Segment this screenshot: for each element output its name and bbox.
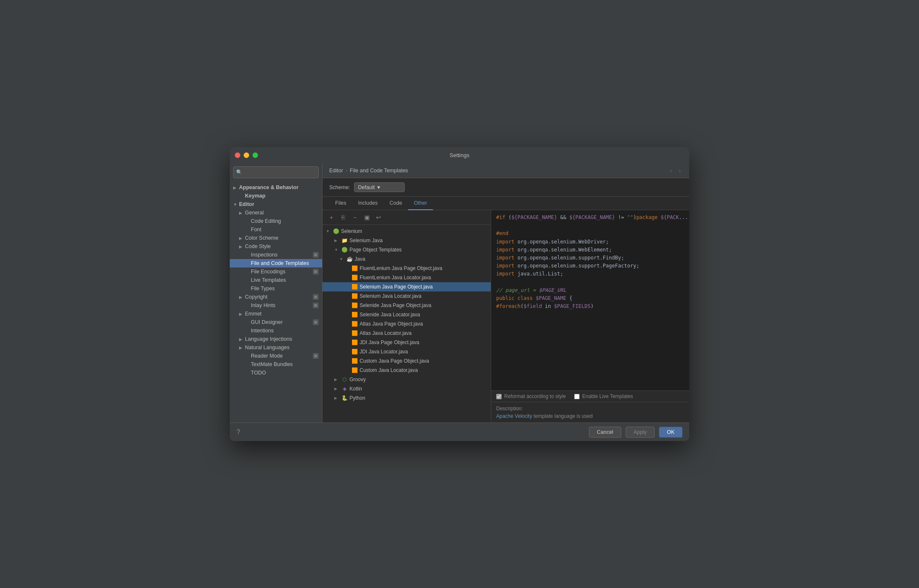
arrow-icon: ▶	[239, 337, 245, 342]
sidebar-item-copyright[interactable]: ▶ Copyright ⊞	[230, 293, 322, 301]
reformat-label: Reformat according to style	[504, 393, 566, 399]
help-button[interactable]: ?	[236, 428, 240, 436]
tree-item-label: Custom Java Locator.java	[360, 367, 418, 373]
ok-button[interactable]: OK	[659, 427, 683, 438]
back-button[interactable]: ‹	[669, 166, 674, 175]
tab-files[interactable]: Files	[329, 197, 352, 210]
arrow-icon: ▶	[239, 295, 245, 299]
tree-item-selenium-java[interactable]: ▶ 📁 Selenium Java	[322, 236, 491, 245]
add-template-button[interactable]: +	[327, 213, 336, 222]
tree-item-selenium-java-page-object[interactable]: 🟧 Selenium Java Page Object.java	[322, 282, 491, 291]
tree-item-label: Selenide Java Page Object.java	[360, 302, 431, 308]
scheme-value: Default	[358, 184, 375, 190]
sidebar-item-color-scheme[interactable]: ▶ Color Scheme	[230, 234, 322, 242]
apply-button[interactable]: Apply	[626, 427, 655, 438]
java-icon: 🟧	[351, 348, 358, 355]
sidebar-item-font[interactable]: Font	[230, 225, 322, 234]
badge-icon: ⊞	[313, 302, 319, 308]
groovy-icon: ⬡	[341, 376, 348, 383]
sidebar-item-emmet[interactable]: ▶ Emmet	[230, 310, 322, 318]
tree-item-jdi-java-locator[interactable]: 🟧 JDI Java Locator.java	[322, 347, 491, 356]
sidebar-item-intentions[interactable]: Intentions	[230, 326, 322, 335]
live-templates-checkbox[interactable]	[574, 394, 580, 399]
search-box[interactable]: 🔍	[233, 166, 319, 178]
sidebar-item-gui-designer[interactable]: GUI Designer ⊞	[230, 318, 322, 326]
tree-item-jdi-java-page-object[interactable]: 🟧 JDI Java Page Object.java	[322, 338, 491, 347]
java-icon: 🟧	[351, 302, 358, 309]
breadcrumb: Editor › File and Code Templates	[329, 168, 408, 174]
sidebar-item-live-templates[interactable]: Live Templates	[230, 276, 322, 284]
tree-item-custom-java-locator[interactable]: 🟧 Custom Java Locator.java	[322, 366, 491, 375]
tab-other[interactable]: Other	[408, 197, 433, 210]
tree-item-custom-java-page-object[interactable]: 🟧 Custom Java Page Object.java	[322, 356, 491, 366]
sidebar-item-code-style[interactable]: ▶ Code Style	[230, 242, 322, 251]
sidebar-item-editor[interactable]: ▼ Editor	[230, 200, 322, 208]
java-icon: 🟧	[351, 283, 358, 290]
tree-item-selenium-java-locator[interactable]: 🟧 Selenium Java Locator.java	[322, 291, 491, 301]
tree-item-label: FluentLenium Java Locator.java	[360, 275, 431, 281]
sidebar-item-label: Natural Languages	[245, 345, 319, 350]
sidebar-item-file-encodings[interactable]: File Encodings ⊞	[230, 267, 322, 276]
search-input[interactable]	[244, 169, 316, 175]
expand-icon: ▶	[334, 377, 339, 382]
tree-item-page-object-templates[interactable]: ▼ 🟢 Page Object Templates	[322, 245, 491, 254]
sidebar-item-label: Keymap	[245, 193, 319, 199]
description-label: Description:	[496, 406, 684, 412]
sidebar-item-appearance[interactable]: ▶ Appearance & Behavior	[230, 183, 322, 192]
scheme-row: Scheme: Default ▾	[322, 178, 689, 197]
minimize-button[interactable]	[244, 152, 249, 158]
tree-item-selenide-java-locator[interactable]: 🟧 Selenide Java Locator.java	[322, 310, 491, 319]
tabs-row: Files Includes Code Other	[322, 197, 689, 210]
tree-item-atlas-java-locator[interactable]: 🟧 Atlas Java Locator.java	[322, 329, 491, 338]
duplicate-template-button[interactable]: ▣	[362, 213, 371, 222]
search-icon: 🔍	[236, 169, 242, 175]
tab-code[interactable]: Code	[384, 197, 408, 210]
sidebar-item-file-types[interactable]: File Types	[230, 284, 322, 293]
tree-item-selenium[interactable]: ▼ 🟢 Selenium	[322, 227, 491, 236]
breadcrumb-separator: ›	[346, 168, 347, 174]
forward-button[interactable]: ›	[677, 166, 683, 175]
tree-item-selenide-java-page-object[interactable]: 🟧 Selenide Java Page Object.java	[322, 301, 491, 310]
nav-arrows: ‹ ›	[669, 166, 683, 175]
tree-item-atlas-java-page-object[interactable]: 🟧 Atlas Java Page Object.java	[322, 319, 491, 329]
folder-icon: 📁	[341, 237, 348, 244]
revert-template-button[interactable]: ↩	[374, 213, 383, 222]
sidebar-item-label: Copyright	[245, 294, 313, 300]
cancel-button[interactable]: Cancel	[589, 427, 621, 438]
close-button[interactable]	[235, 152, 240, 158]
remove-template-button[interactable]: −	[350, 213, 360, 222]
sidebar-item-natural-languages[interactable]: ▶ Natural Languages	[230, 343, 322, 352]
tree-item-java[interactable]: ▼ ☕ Java	[322, 254, 491, 264]
tab-includes[interactable]: Includes	[352, 197, 384, 210]
tree-item-label: Kotlin	[349, 386, 362, 392]
sidebar-item-language-injections[interactable]: ▶ Language Injections	[230, 335, 322, 343]
sidebar-item-textmate-bundles[interactable]: TextMate Bundles	[230, 360, 322, 369]
tree-item-fluentlenium-locator[interactable]: 🟧 FluentLenium Java Locator.java	[322, 273, 491, 282]
sidebar-item-inlay-hints[interactable]: Inlay Hints ⊞	[230, 301, 322, 310]
tree-item-kotlin[interactable]: ▶ ◈ Kotlin	[322, 384, 491, 393]
sidebar-item-reader-mode[interactable]: Reader Mode ⊞	[230, 352, 322, 360]
tree-item-python[interactable]: ▶ 🐍 Python	[322, 393, 491, 403]
sidebar-item-todo[interactable]: TODO	[230, 369, 322, 377]
copy-template-button[interactable]: ⎘	[339, 213, 348, 222]
reformat-checkbox[interactable]	[496, 394, 502, 399]
maximize-button[interactable]	[253, 152, 258, 158]
java-icon: 🟧	[351, 358, 358, 364]
arrow-icon: ▶	[239, 236, 245, 241]
sidebar-item-file-and-code-templates[interactable]: File and Code Templates	[230, 259, 322, 267]
sidebar-item-general[interactable]: ▶ General	[230, 208, 322, 217]
apache-velocity-link[interactable]: Apache Velocity	[496, 413, 532, 419]
sidebar-item-code-editing[interactable]: Code Editing	[230, 217, 322, 225]
description-area: Description: Apache Velocity template la…	[491, 402, 689, 422]
sidebar-item-keymap[interactable]: Keymap	[230, 192, 322, 200]
sidebar-item-label: Font	[251, 227, 319, 233]
tree-item-groovy[interactable]: ▶ ⬡ Groovy	[322, 375, 491, 384]
sidebar-item-label: TextMate Bundles	[251, 361, 319, 367]
sidebar-item-inspections[interactable]: Inspections ⊞	[230, 251, 322, 259]
code-editor[interactable]: #if (${PACKAGE_NAME} && ${PACKAGE_NAME} …	[491, 210, 689, 390]
arrow-icon: ▶	[233, 185, 239, 190]
scheme-select[interactable]: Default ▾	[354, 182, 405, 192]
tree-item-label: Selenium Java	[349, 238, 383, 243]
tree-item-fluentlenium-page-object[interactable]: 🟧 FluentLenium Java Page Object.java	[322, 264, 491, 273]
main-panel: Editor › File and Code Templates ‹ › Sch…	[322, 163, 689, 422]
